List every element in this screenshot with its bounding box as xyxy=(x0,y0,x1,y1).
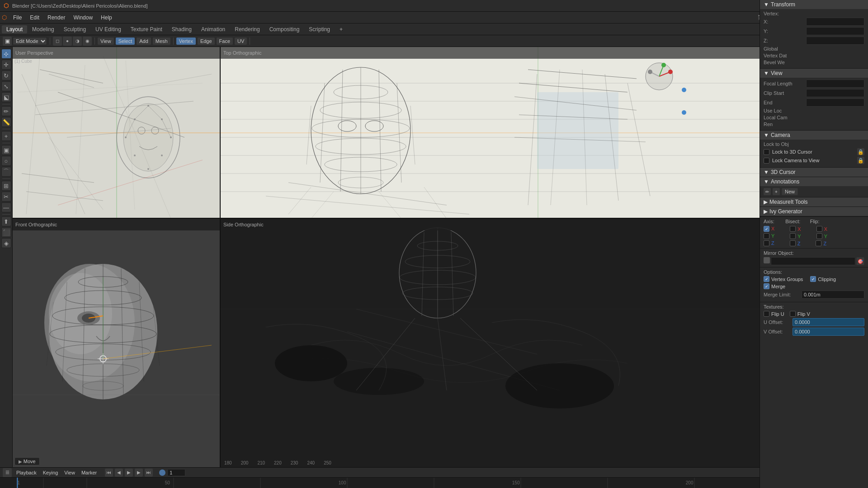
lock-3d-icon[interactable]: 🔒 xyxy=(857,148,864,155)
measureit-header[interactable]: ▶ MeasureIt Tools xyxy=(760,197,868,206)
skip-end-icon[interactable]: ⏭ xyxy=(145,469,153,477)
skip-start-icon[interactable]: ⏮ xyxy=(105,469,113,477)
camera-header[interactable]: ▼ Camera xyxy=(760,131,868,140)
tab-uv-editing[interactable]: UV Editing xyxy=(91,25,126,33)
annotations-header[interactable]: ▼ Annotations xyxy=(760,177,868,186)
tool-select-box[interactable]: ▣ xyxy=(1,145,11,155)
transform-header[interactable]: ▼ Transform xyxy=(760,0,868,9)
keying-menu[interactable]: Keying xyxy=(41,469,60,476)
timeline-menu-icon[interactable]: ☰ xyxy=(3,468,12,477)
frame-current-input[interactable] xyxy=(167,469,185,476)
mirror-object-input[interactable] xyxy=(771,257,855,265)
tool-transform[interactable]: ⬕ xyxy=(1,92,11,102)
step-forward-icon[interactable]: ▶ xyxy=(135,469,143,477)
playback-menu[interactable]: Playback xyxy=(14,469,38,476)
timeline-body[interactable]: 1 50 100 150 200 250 xyxy=(0,478,868,488)
merge-checkbox[interactable] xyxy=(764,283,769,289)
flip-u-checkbox[interactable] xyxy=(764,311,769,317)
tab-sculpting[interactable]: Sculpting xyxy=(59,25,90,33)
tool-cursor[interactable]: ⊹ xyxy=(1,49,11,59)
mirror-x-checkbox[interactable] xyxy=(764,226,769,232)
add-annotation-icon[interactable]: + xyxy=(773,188,780,195)
flip-v-checkbox[interactable] xyxy=(790,311,796,317)
tool-rotate[interactable]: ↻ xyxy=(1,70,11,80)
vertex-groups-checkbox[interactable] xyxy=(764,276,769,282)
mirror-y-checkbox[interactable] xyxy=(764,233,769,239)
merge-limit-input[interactable]: 0.001m xyxy=(802,291,864,299)
x-input[interactable] xyxy=(806,18,864,26)
solid-icon[interactable]: ● xyxy=(63,37,72,46)
face-btn[interactable]: Face xyxy=(217,38,233,45)
view-btn[interactable]: View xyxy=(98,38,114,45)
view-header[interactable]: ▼ View xyxy=(760,69,868,78)
uv-btn[interactable]: UV xyxy=(235,38,247,45)
focal-input[interactable] xyxy=(806,80,864,88)
wireframe-icon[interactable]: ◻ xyxy=(53,37,62,46)
tool-measure[interactable]: 📏 xyxy=(1,117,11,127)
tool-inset[interactable]: ⬛ xyxy=(1,227,11,237)
lock-camera-view-checkbox[interactable] xyxy=(764,158,769,164)
tool-extrude[interactable]: ⬆ xyxy=(1,216,11,226)
tool-bevel[interactable]: ◈ xyxy=(1,238,11,248)
tool-scale[interactable]: ⤡ xyxy=(1,81,11,91)
edge-btn[interactable]: Edge xyxy=(198,38,215,45)
tool-select-lasso[interactable]: ⌒ xyxy=(1,167,11,177)
v-offset-input[interactable]: 0.0000 xyxy=(793,328,864,336)
tab-animation[interactable]: Animation xyxy=(197,25,230,33)
cursor3d-header[interactable]: ▼ 3D Cursor xyxy=(760,168,868,177)
mirror-object-color-swatch[interactable] xyxy=(764,257,770,263)
flip-y-checkbox[interactable] xyxy=(816,233,822,239)
menu-help[interactable]: Help xyxy=(97,14,116,22)
marker-menu[interactable]: Marker xyxy=(80,469,99,476)
material-icon[interactable]: ◑ xyxy=(73,37,82,46)
edit-mode-select[interactable]: Edit Mode xyxy=(13,37,47,45)
tool-select-circle[interactable]: ○ xyxy=(1,156,11,166)
menu-edit[interactable]: Edit xyxy=(26,14,43,22)
tool-bisect[interactable]: — xyxy=(1,202,11,212)
menu-file[interactable]: File xyxy=(9,14,25,22)
tab-texture-paint[interactable]: Texture Paint xyxy=(126,25,167,33)
clipping-checkbox[interactable] xyxy=(810,276,816,282)
tool-loop-cut[interactable]: ⊞ xyxy=(1,181,11,191)
play-icon[interactable]: ▶ xyxy=(125,469,133,477)
mirror-object-picker-icon[interactable]: 🎯 xyxy=(856,257,864,265)
ivy-header[interactable]: ▶ Ivy Generator xyxy=(760,207,868,216)
select-btn[interactable]: Select xyxy=(116,38,135,45)
viewport-bottom-left[interactable]: Front Orthographic ▶ Move xyxy=(13,219,221,467)
step-back-icon[interactable]: ◀ xyxy=(115,469,123,477)
tab-add[interactable]: + xyxy=(335,25,347,33)
tab-modeling[interactable]: Modeling xyxy=(28,25,59,33)
tab-scripting[interactable]: Scripting xyxy=(304,25,335,33)
new-annotation-button[interactable]: New xyxy=(782,188,798,195)
tool-move[interactable]: ✛ xyxy=(1,60,11,70)
tab-compositing[interactable]: Compositing xyxy=(265,25,304,33)
bisect-x-checkbox[interactable] xyxy=(790,226,796,232)
clip-start-input[interactable] xyxy=(806,89,864,97)
flip-z-checkbox[interactable] xyxy=(816,240,821,246)
z-input[interactable] xyxy=(806,37,864,45)
rendered-icon[interactable]: ◉ xyxy=(83,37,92,46)
flip-x-checkbox[interactable] xyxy=(816,226,822,232)
bisect-y-checkbox[interactable] xyxy=(790,233,796,239)
tool-knife[interactable]: ✂ xyxy=(1,192,11,202)
lock-cam-view-icon[interactable]: 🔒 xyxy=(857,157,864,164)
view-menu[interactable]: View xyxy=(62,469,77,476)
pencil-icon[interactable]: ✏ xyxy=(764,188,771,195)
menu-window[interactable]: Window xyxy=(70,14,96,22)
u-offset-input[interactable]: 0.0000 xyxy=(793,318,864,326)
viewport-top-left[interactable]: User Perspective (1) Cube xyxy=(13,47,221,219)
tab-shading[interactable]: Shading xyxy=(167,25,196,33)
y-input[interactable] xyxy=(806,27,864,35)
vertex-btn[interactable]: Vertex xyxy=(176,38,196,45)
tool-add[interactable]: + xyxy=(1,131,11,141)
tab-rendering[interactable]: Rendering xyxy=(230,25,264,33)
clip-end-input[interactable] xyxy=(806,99,864,107)
mirror-z-checkbox[interactable] xyxy=(764,240,769,246)
lock-3d-cursor-checkbox[interactable] xyxy=(764,149,769,155)
tool-annotate[interactable]: ✏ xyxy=(1,106,11,116)
mesh-btn[interactable]: Mesh xyxy=(153,38,170,45)
bisect-z-checkbox[interactable] xyxy=(790,240,796,246)
add-btn[interactable]: Add xyxy=(137,38,151,45)
menu-render[interactable]: Render xyxy=(44,14,69,22)
tab-layout[interactable]: Layout xyxy=(2,25,27,33)
